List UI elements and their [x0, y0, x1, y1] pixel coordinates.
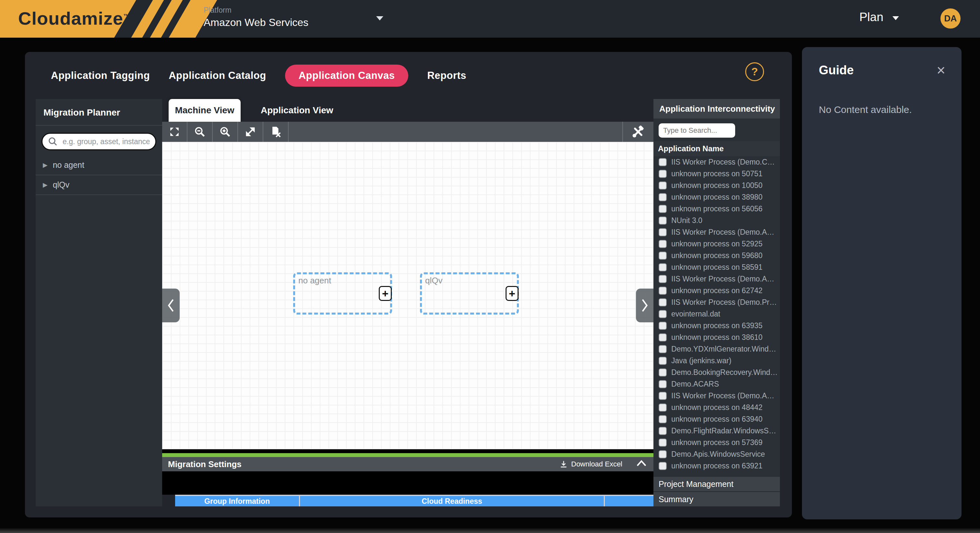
expand-caret-icon[interactable]: ▶	[43, 161, 48, 169]
application-list-item[interactable]: Demo.ACARS	[654, 378, 780, 390]
clear-canvas-button[interactable]	[263, 122, 289, 142]
platform-value: Amazon Web Services	[204, 16, 309, 29]
add-connection-button[interactable]: +	[506, 286, 519, 301]
tab-application-tagging[interactable]: Application Tagging	[51, 70, 150, 81]
application-checkbox[interactable]	[659, 380, 667, 388]
application-checkbox[interactable]	[659, 252, 667, 260]
pan-left-button[interactable]	[162, 289, 180, 322]
application-list-item[interactable]: unknown process on 59680	[654, 250, 780, 261]
column-header-extra	[605, 496, 654, 506]
application-list-item[interactable]: unknown process on 52925	[654, 238, 780, 250]
application-checkbox[interactable]	[659, 334, 667, 342]
sidebar-item-no-agent[interactable]: ▶ no agent	[36, 155, 162, 175]
application-checkbox[interactable]	[659, 158, 667, 166]
application-checkbox[interactable]	[659, 228, 667, 236]
application-list-item[interactable]: NUnit 3.0	[654, 215, 780, 226]
application-checkbox[interactable]	[659, 193, 667, 201]
application-list-item[interactable]: IIS Worker Process (Demo.Api2...	[654, 226, 780, 238]
canvas[interactable]: no agent + qlQv +	[162, 142, 654, 449]
tab-machine-view[interactable]: Machine View	[169, 99, 240, 122]
add-connection-button[interactable]: +	[379, 286, 392, 301]
application-list-item[interactable]: unknown process on 50751	[654, 168, 780, 179]
application-list-item[interactable]: unknown process on 58591	[654, 261, 780, 273]
application-list-item[interactable]: IIS Worker Process (Demo.Prod...	[654, 296, 780, 308]
application-list-item[interactable]: evointernal.dat	[654, 308, 780, 320]
avatar[interactable]: DA	[940, 8, 961, 29]
zoom-out-button[interactable]	[188, 122, 213, 142]
application-checkbox[interactable]	[659, 439, 667, 447]
platform-selector[interactable]: Platform Amazon Web Services	[204, 6, 309, 29]
group-box-qlqv[interactable]: qlQv +	[420, 272, 519, 314]
application-label: evointernal.dat	[671, 310, 722, 318]
application-list-item[interactable]: unknown process on 48442	[654, 402, 780, 413]
application-list-item[interactable]: IIS Worker Process (Demo.Api2...	[654, 273, 780, 285]
collapse-settings-button[interactable]	[636, 458, 647, 468]
tab-application-canvas[interactable]: Application Canvas	[285, 65, 409, 87]
help-button[interactable]: ?	[745, 62, 764, 81]
platform-caret-icon[interactable]	[376, 16, 383, 21]
pan-right-button[interactable]	[636, 289, 654, 322]
application-label: Demo.Apis.WindowsService	[671, 450, 767, 459]
application-list-item[interactable]: unknown process on 38610	[654, 332, 780, 343]
fit-screen-button[interactable]	[162, 122, 188, 142]
application-list-item[interactable]: unknown process on 63940	[654, 413, 780, 425]
application-list-item[interactable]: unknown process on 63921	[654, 460, 780, 472]
application-checkbox[interactable]	[659, 345, 667, 353]
application-checkbox[interactable]	[659, 205, 667, 213]
application-list-item[interactable]: IIS Worker Process (Demo.Con...	[654, 156, 780, 168]
application-checkbox[interactable]	[659, 369, 667, 377]
chevron-up-icon	[636, 458, 647, 468]
tab-application-catalog[interactable]: Application Catalog	[169, 70, 266, 81]
tab-reports[interactable]: Reports	[427, 70, 466, 81]
section-project-management[interactable]: Project Management	[654, 477, 780, 491]
application-list-item[interactable]: IIS Worker Process (Demo.Api...	[654, 390, 780, 402]
interconnectivity-search-input[interactable]	[659, 123, 735, 138]
application-checkbox[interactable]	[659, 392, 667, 400]
sidebar-item-qlqv[interactable]: ▶ qlQv	[36, 175, 162, 195]
planner-search-input[interactable]	[41, 133, 156, 150]
application-checkbox[interactable]	[659, 263, 667, 271]
expand-caret-icon[interactable]: ▶	[43, 181, 48, 188]
application-interconnectivity-panel: Application Interconnectivity Applicatio…	[654, 99, 780, 506]
application-list-item[interactable]: Demo.YDXmlGenerator.Windo...	[654, 343, 780, 355]
application-list-item[interactable]: unknown process on 63935	[654, 320, 780, 332]
application-list-item[interactable]: Demo.Apis.WindowsService	[654, 448, 780, 460]
application-checkbox[interactable]	[659, 450, 667, 458]
section-summary[interactable]: Summary	[654, 492, 780, 506]
application-list-item[interactable]: Java (jenkins.war)	[654, 355, 780, 367]
application-list-item[interactable]: unknown process on 56056	[654, 203, 780, 215]
settings-tools-button[interactable]	[622, 122, 654, 142]
application-checkbox[interactable]	[659, 182, 667, 190]
application-list-item[interactable]: unknown process on 10050	[654, 179, 780, 191]
application-checkbox[interactable]	[659, 170, 667, 178]
application-checkbox[interactable]	[659, 287, 667, 295]
application-list-item[interactable]: unknown process on 57369	[654, 437, 780, 448]
application-list-item[interactable]: unknown process on 62742	[654, 285, 780, 296]
application-checkbox[interactable]	[659, 415, 667, 423]
application-checkbox[interactable]	[659, 310, 667, 318]
plan-menu[interactable]: Plan	[859, 10, 899, 24]
application-list-item[interactable]: Demo.FlightRadar.WindowsSer...	[654, 425, 780, 437]
application-checkbox[interactable]	[659, 298, 667, 306]
draw-connection-button[interactable]	[238, 122, 263, 142]
migration-settings-bar: Migration Settings Download Excel	[162, 457, 654, 471]
application-checkbox[interactable]	[659, 462, 667, 470]
application-checkbox[interactable]	[659, 427, 667, 435]
group-box-no-agent[interactable]: no agent +	[293, 272, 392, 314]
close-icon[interactable]: ×	[937, 63, 945, 78]
application-checkbox[interactable]	[659, 357, 667, 365]
guide-title: Guide	[819, 63, 854, 77]
application-list-item[interactable]: Demo.BookingRecovery.Windo...	[654, 367, 780, 378]
interconnectivity-search	[654, 118, 780, 141]
tab-application-view[interactable]: Application View	[240, 99, 353, 122]
zoom-in-button[interactable]	[213, 122, 238, 142]
application-checkbox[interactable]	[659, 275, 667, 283]
download-excel-button[interactable]: Download Excel	[559, 457, 622, 471]
application-checkbox[interactable]	[659, 240, 667, 248]
application-list-item[interactable]: unknown process on 38980	[654, 191, 780, 203]
application-label: unknown process on 48442	[671, 403, 764, 412]
application-checkbox[interactable]	[659, 322, 667, 330]
application-checkbox[interactable]	[659, 217, 667, 225]
cloudamize-logo: Cloudamize™	[0, 0, 221, 38]
application-checkbox[interactable]	[659, 404, 667, 412]
